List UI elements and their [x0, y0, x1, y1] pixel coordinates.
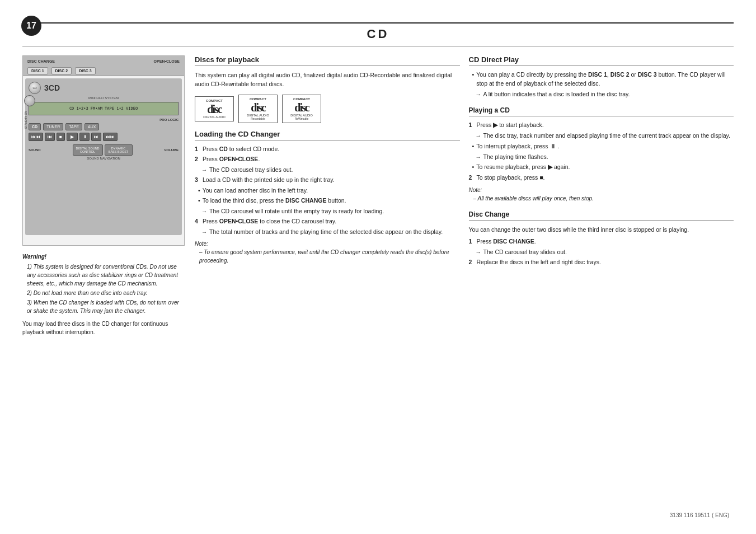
playing-flashes-text: The playing time flashes.: [483, 153, 548, 162]
play-note-text: – All the available discs will play once…: [473, 194, 734, 203]
loading-arrow-2-text: The CD carousel will rotate until the em…: [209, 207, 384, 216]
aux-btn[interactable]: AUX: [84, 123, 99, 130]
warning-item-1: 1) This system is designed for conventio…: [27, 263, 185, 288]
volume-label: VOLUME: [164, 148, 179, 152]
playing-flashes-arrow: → The playing time flashes.: [476, 153, 734, 162]
device-column: DISC CHANGE OPEN•CLOSE DISC 1 DISC 2 DIS…: [22, 55, 185, 336]
page-number: 17: [26, 21, 36, 31]
cd-logo-1: COMPACT disc DIGITAL AUDIO: [195, 96, 234, 121]
loading-note-title: Note:: [195, 241, 208, 247]
disc-change-arrow-text: The CD carousel tray slides out.: [483, 248, 567, 257]
another-disc-text: You can load another disc in the left tr…: [203, 186, 308, 195]
digital-sound-btn[interactable]: DIGITAL SOUND CONTROL: [73, 144, 103, 156]
step2-num: 2: [195, 155, 200, 164]
step3-text: Load a CD with the printed side up in th…: [203, 176, 335, 185]
footer: 3139 116 19511 ( ENG): [670, 512, 729, 518]
side-controls: STANDBY ON: [24, 95, 35, 129]
next-btn[interactable]: ⏭: [91, 133, 101, 141]
play-btn[interactable]: ▶: [67, 133, 78, 141]
direct-play-arrow: → A lit button indicates that a disc is …: [476, 90, 734, 99]
disc1-btn[interactable]: DISC 1: [27, 67, 48, 74]
standby-knob[interactable]: [24, 95, 35, 106]
warning-title: Warning!: [22, 252, 185, 261]
step4-text: Press OPEN•CLOSE to close the CD carouse…: [203, 217, 336, 226]
transport-controls: ⏮⏮ ⏮ ■ ▶ ⏸ ⏭ ⏭⏭: [29, 133, 179, 141]
cd-direct-play-heading: CD Direct Play: [469, 55, 734, 66]
interrupt-bullet: • To interrupt playback, press ⏸ .: [472, 142, 734, 151]
prev-prev-btn[interactable]: ⏮⏮: [29, 133, 43, 141]
step4-num: 4: [195, 217, 200, 226]
device-body: CD 3CD MINI HI-FI SYSTEM CD 1•2•3 FM•AM …: [25, 78, 182, 235]
disc-change-text: You can change the outer two discs while…: [469, 225, 734, 234]
right-content-col: CD Direct Play • You can play a CD direc…: [469, 55, 734, 268]
play-step-1: 1 Press ▶ to start playback.: [469, 121, 734, 130]
play-step2-text: To stop playback, press ■.: [477, 174, 545, 182]
loading-arrow-1: → The CD carousel tray slides out.: [201, 166, 460, 175]
resume-text: To resume playback, press ▶ again.: [476, 163, 570, 172]
disc-change-step2-text: Replace the discs in the left and right …: [477, 258, 601, 267]
cd-logos-row: COMPACT disc DIGITAL AUDIO COMPACT disc …: [195, 95, 460, 123]
direct-play-arrow-text: A lit button indicates that a disc is lo…: [483, 90, 630, 99]
tuner-btn[interactable]: TUNER: [43, 123, 63, 130]
tape-btn[interactable]: TAPE: [65, 123, 82, 130]
disc2-btn[interactable]: DISC 2: [51, 67, 72, 74]
continuous-note: You may load three discs in the CD chang…: [22, 320, 185, 336]
step1-num: 1: [195, 145, 200, 154]
loading-arrow-1-text: The CD carousel tray slides out.: [209, 166, 293, 175]
playing-cd-heading: Playing a CD: [469, 106, 734, 116]
discs-text: This system can play all digital audio C…: [195, 71, 460, 89]
discs-heading: Discs for playback: [195, 55, 460, 66]
top-rule: [22, 22, 734, 24]
device-top-bar: DISC CHANGE OPEN•CLOSE: [23, 56, 184, 66]
source-buttons: CD TUNER TAPE AUX: [29, 123, 179, 130]
cd-logo-2: COMPACT disc DIGITAL AUDIO Recordable: [238, 95, 278, 123]
loading-step-4: 4 Press OPEN•CLOSE to close the CD carou…: [195, 217, 460, 226]
step2-text: Press OPEN•CLOSE.: [203, 155, 260, 164]
brand-3cd-text: 3CD: [44, 83, 60, 92]
page-container: 17 CD DISC CHANGE OPEN•CLOSE DISC 1 DISC…: [0, 0, 756, 534]
disc-change-step1-num: 1: [469, 237, 475, 246]
loading-arrow-3: → The total number of tracks and the pla…: [201, 228, 460, 237]
cd-logo-1-top: COMPACT: [199, 99, 230, 102]
cd-logo-3-top: COMPACT: [286, 97, 317, 101]
page-title: CD: [22, 24, 734, 46]
display-text: CD 1•2•3 FM•AM TAPE 1•2 VIDEO: [69, 106, 138, 111]
middle-content-col: Discs for playback This system can play …: [195, 55, 460, 268]
bottom-controls: SOUND DIGITAL SOUND CONTROL DYNAMIC BASS…: [29, 144, 179, 156]
dynamic-bass-btn[interactable]: DYNAMIC BASS BOOST: [105, 144, 133, 156]
disc-change-arrow: → The CD carousel tray slides out.: [476, 248, 734, 257]
loading-note-text: – To ensure good system performance, wai…: [199, 248, 460, 265]
cd-logo-1-disc: disc: [199, 104, 230, 115]
cd-icon: CD: [29, 82, 41, 94]
step1-text: Press CD to select CD mode.: [203, 145, 279, 154]
pause-btn[interactable]: ⏸: [79, 133, 90, 141]
brand-row: CD 3CD: [29, 82, 179, 94]
play-step2-num: 2: [469, 174, 475, 182]
disc-change-step2-num: 2: [469, 258, 475, 267]
open-close-label: OPEN•CLOSE: [154, 59, 180, 63]
cd-logo-2-disc: disc: [242, 102, 274, 113]
direct-play-text: You can play a CD directly by pressing t…: [476, 71, 734, 88]
pro-logic-label: PRO LOGIC: [29, 118, 179, 121]
cd-logo-2-top: COMPACT: [242, 97, 274, 101]
cd-logo-2-bottom: DIGITAL AUDIO: [242, 114, 274, 117]
mini-hifi-label: MINI HI-FI SYSTEM: [29, 96, 179, 100]
main-layout: DISC CHANGE OPEN•CLOSE DISC 1 DISC 2 DIS…: [22, 55, 734, 336]
loading-heading: Loading the CD Changer: [195, 130, 460, 140]
disc3-btn[interactable]: DISC 3: [75, 67, 96, 74]
sound-nav-label: SOUND NAVIGATION: [29, 157, 179, 160]
third-disc-text: To load the third disc, press the DISC C…: [203, 196, 346, 205]
cd-logo-3-bottom2: ReWritable: [286, 117, 317, 120]
sound-nav-buttons: DIGITAL SOUND CONTROL DYNAMIC BASS BOOST: [73, 144, 133, 156]
loading-step-1: 1 Press CD to select CD mode.: [195, 145, 460, 154]
direct-play-bullet: • You can play a CD directly by pressing…: [472, 71, 734, 88]
brand-3cd: 3CD: [44, 83, 60, 92]
cd-logo-3-disc: disc: [286, 102, 317, 113]
disc-change-step-1: 1 Press DISC CHANGE.: [469, 237, 734, 246]
stop-btn[interactable]: ■: [57, 133, 65, 141]
warning-item-3: 3) When the CD changer is loaded with CD…: [27, 298, 185, 315]
next-next-btn[interactable]: ⏭⏭: [103, 133, 118, 141]
play-note-title: Note:: [469, 187, 482, 193]
cd-logo-2-bottom2: Recordable: [242, 117, 274, 120]
prev-btn[interactable]: ⏮: [45, 133, 55, 141]
